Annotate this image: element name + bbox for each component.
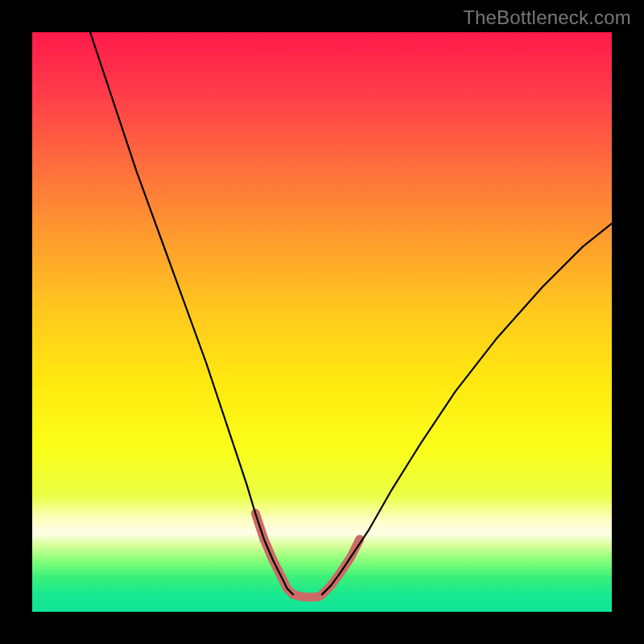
chart-frame: TheBottleneck.com [0,0,644,644]
watermark-text: TheBottleneck.com [463,6,631,29]
series-trough-marker-left [255,514,293,595]
series-left-branch [90,32,293,594]
curve-layer [32,32,612,612]
plot-area [32,32,612,612]
series-trough-marker-right [322,539,360,594]
series-right-branch [322,224,612,595]
